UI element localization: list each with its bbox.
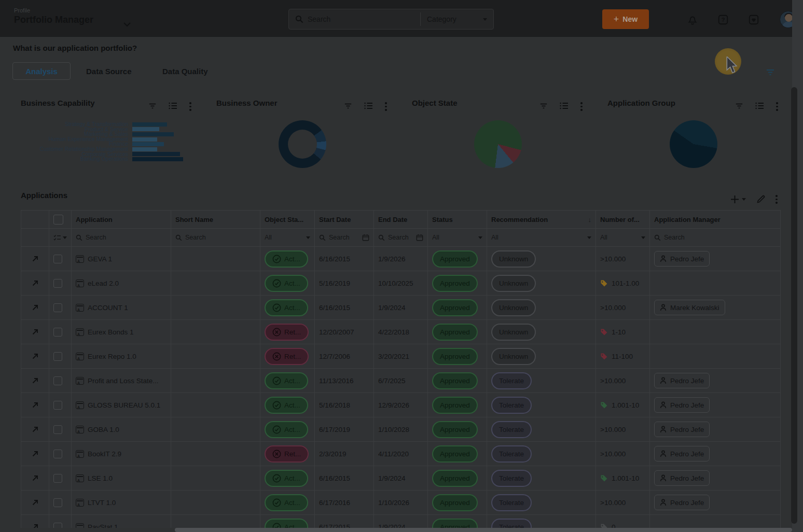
row-checkbox[interactable] [53,352,62,361]
object-state-pill[interactable]: Ret... [265,324,309,341]
status-pill[interactable]: Approved [432,250,478,268]
chart-kebab-menu-icon[interactable] [385,102,387,111]
status-pill[interactable]: Approved [432,494,478,511]
calendar-icon[interactable] [416,234,423,241]
status-pill[interactable]: Approved [432,275,478,292]
status-pill[interactable]: Approved [432,470,478,487]
open-factsheet-icon[interactable] [32,450,39,457]
search-input[interactable] [308,15,420,23]
application-manager-chip[interactable]: Pedro Jefe [654,422,710,437]
chart-filter-icon[interactable] [735,102,743,111]
filter-cell[interactable]: Search [72,229,171,246]
column-date-filter[interactable]: Search [378,234,423,241]
chart-filter-icon[interactable] [344,102,352,111]
calendar-icon[interactable] [362,234,369,241]
application-name-link[interactable]: ACCOUNT 1 [88,304,128,312]
application-manager-chip[interactable]: Pedro Jefe [654,373,710,388]
vertical-scrollbar[interactable] [791,87,797,524]
application-name-link[interactable]: GLOSS BUREAU 5.0.1 [88,401,160,409]
open-factsheet-icon[interactable] [32,328,39,335]
filter-cell[interactable]: All [260,229,315,246]
filter-cell[interactable]: Search [315,229,374,246]
filter-cell[interactable]: Search [650,229,781,246]
open-factsheet-icon[interactable] [32,401,39,409]
application-name-link[interactable]: Eurex Bonds 1 [88,328,134,336]
chart-legend-icon[interactable] [560,102,569,111]
row-checkbox[interactable] [53,303,62,312]
bar[interactable] [132,152,180,156]
status-pill[interactable]: Approved [432,324,478,341]
application-name-link[interactable]: GEVA 1 [88,255,112,263]
status-pill[interactable]: Approved [432,299,478,316]
horizontal-scrollbar[interactable] [175,528,792,532]
column-date-filter[interactable]: Search [319,234,369,241]
application-name-link[interactable]: BookIT 2.9 [88,450,121,458]
recommendation-pill[interactable]: Unknown [491,299,536,316]
status-pill[interactable]: Approved [432,397,478,414]
row-checkbox[interactable] [53,255,62,263]
object-state-pill[interactable]: Act... [265,494,308,511]
recommendation-pill[interactable]: Unknown [491,348,536,365]
bar[interactable] [132,147,157,151]
recommendation-pill[interactable]: Tolerate [491,421,532,438]
recommendation-pill[interactable]: Tolerate [491,470,532,487]
filter-cell[interactable]: All [487,229,596,246]
bulk-select-dropdown[interactable] [53,234,67,241]
chart-kebab-menu-icon[interactable] [776,102,778,111]
application-manager-chip[interactable]: Marek Kowalski [654,300,725,315]
edit-pencil-icon[interactable] [756,195,765,204]
row-checkbox[interactable] [53,376,62,385]
row-checkbox[interactable] [53,401,62,410]
status-pill[interactable]: Approved [432,519,478,528]
open-factsheet-icon[interactable] [32,474,39,482]
chart-kebab-menu-icon[interactable] [580,102,583,111]
bar[interactable] [132,157,183,161]
profile-switcher[interactable]: Profile Portfolio Manager [14,7,93,25]
application-name-link[interactable]: Eurex Repo 1.0 [88,353,136,360]
add-application-button[interactable] [730,195,746,204]
tab-data-quality[interactable]: Data Quality [162,62,208,80]
application-name-link[interactable]: LSE 1.0 [88,474,113,482]
open-factsheet-icon[interactable] [32,499,39,506]
open-factsheet-icon[interactable] [32,523,39,528]
application-manager-chip[interactable]: Pedro Jefe [654,446,710,461]
column-header-application-manager[interactable]: Application Manager [650,211,781,228]
bar[interactable] [132,137,157,142]
open-factsheet-icon[interactable] [32,353,39,360]
application-name-link[interactable]: PayStat 1 [88,523,118,528]
chart-legend-icon[interactable] [755,102,764,111]
bar[interactable] [132,127,159,131]
column-search-filter[interactable]: Search [654,234,776,241]
open-factsheet-icon[interactable] [32,304,39,311]
filter-cell[interactable] [49,229,72,246]
recommendation-pill[interactable]: Tolerate [491,494,532,511]
application-name-link[interactable]: LTVT 1.0 [88,499,116,507]
row-checkbox[interactable] [53,498,62,507]
column-header-end-date[interactable]: End Date [374,211,428,228]
category-dropdown[interactable]: Category [421,15,493,23]
row-checkbox[interactable] [53,328,62,337]
column-search-filter[interactable]: Search [76,234,167,241]
help-icon[interactable]: ? [717,14,729,25]
object-state-pill[interactable]: Act... [265,519,308,528]
object-state-pill[interactable]: Act... [265,275,308,292]
open-factsheet-icon[interactable] [32,377,39,384]
status-pill[interactable]: Approved [432,348,478,365]
chart-legend-icon[interactable] [169,102,177,111]
object-state-pill[interactable]: Act... [265,250,308,268]
tab-analysis[interactable]: Analysis [12,62,71,80]
application-name-link[interactable]: eLead 2.0 [88,279,119,287]
filter-cell[interactable]: Search [171,229,260,246]
column-header-application[interactable]: Application [72,211,171,228]
chart-filter-icon[interactable] [148,102,157,111]
object-state-pill[interactable]: Ret... [265,445,309,463]
column-select-filter[interactable]: All [265,234,310,241]
table-kebab-menu-icon[interactable] [776,195,778,204]
object-state-pill[interactable]: Act... [265,397,308,414]
row-checkbox[interactable] [53,279,62,288]
column-header-status[interactable]: Status [428,211,487,228]
recommendation-pill[interactable]: Unknown [491,250,536,268]
recommendation-pill[interactable]: Tolerate [491,519,532,528]
application-manager-chip[interactable]: Pedro Jefe [654,495,710,510]
row-checkbox[interactable] [53,523,62,528]
